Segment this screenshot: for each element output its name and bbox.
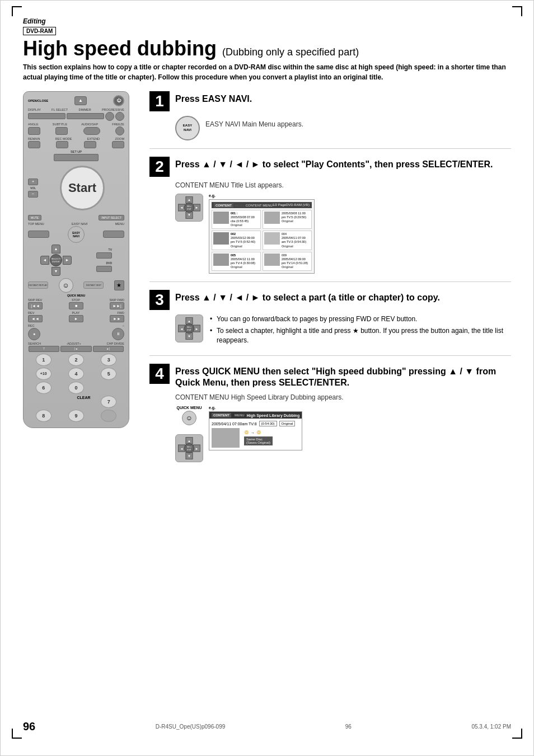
thumb-001 <box>213 212 229 224</box>
progressive-button[interactable] <box>115 112 124 121</box>
vol-plus-button[interactable]: + <box>28 179 38 185</box>
quick-menu-button[interactable]: ☺ <box>59 278 73 293</box>
instant-skip-button[interactable]: INSTANT SKIP <box>83 281 104 289</box>
easy-navi-button[interactable]: EASYNAVI <box>68 226 85 243</box>
fl-select-button[interactable] <box>67 113 104 119</box>
remote-body: OPEN/CLOSE ▲ ⏻ DISPLAY FL SELECT DIMMER … <box>23 91 129 428</box>
search-button[interactable]: T <box>29 346 59 352</box>
nav-left-button[interactable]: ◄ <box>40 256 49 265</box>
freeze-button[interactable] <box>115 126 124 135</box>
remain-button[interactable] <box>28 141 40 148</box>
fwd-button[interactable]: ►► <box>110 315 124 322</box>
step-2-screen: CONTENTMENU CONTENT MENU 1/2 Page DVD-RA… <box>209 199 315 274</box>
corner-mark-br <box>512 729 522 739</box>
corner-mark-tl <box>12 6 22 16</box>
clear-button[interactable] <box>101 410 116 422</box>
num-4-button[interactable]: 4 <box>68 368 84 380</box>
power-button[interactable]: ⏻ <box>113 95 124 106</box>
num-8-button[interactable]: 8 <box>36 410 51 422</box>
screen-item-005: 005 2005/04/12 11:00 pm TV:4 (0:30:08) O… <box>212 252 261 271</box>
screen-grid: 001 : 2005/03/08 07:00 cbs (0:53:45) Ori… <box>212 210 312 271</box>
tv-button[interactable] <box>96 252 112 259</box>
step-1-illustration: EASYNAVI EASY NAVI Main Menu appears. <box>175 116 511 140</box>
extend-button[interactable] <box>84 141 96 148</box>
rec-mode-button[interactable] <box>56 141 68 148</box>
footer-left: D-R4SU_Ope(US)p096-099 <box>156 724 226 730</box>
num-5-button[interactable]: 5 <box>101 368 116 380</box>
num-3-button[interactable]: 3 <box>101 354 116 366</box>
skip-fwd-button[interactable]: ►►| <box>110 302 124 309</box>
menu-button[interactable] <box>103 231 124 238</box>
hs-thumbnail <box>212 428 240 448</box>
subtitle-button[interactable] <box>55 127 68 135</box>
step-4-illustration: QUICK MENU ☺ ▲ ▼ ◄ ► SEL/ENT <box>175 406 511 462</box>
num-1-button[interactable]: 1 <box>36 354 51 366</box>
nav-down-button[interactable]: ▼ <box>51 267 60 276</box>
step-4-number: 4 <box>149 364 170 384</box>
select-enter-button[interactable]: SELECT/ENTER <box>50 254 62 266</box>
adjust-button[interactable]: |◄ <box>60 346 91 352</box>
num-2-button[interactable]: 2 <box>68 354 84 366</box>
duration-badge: (0:54:30) <box>259 421 277 426</box>
mute-button[interactable]: MUTE <box>28 215 41 220</box>
num-6-button[interactable]: 6 <box>36 382 51 394</box>
num-9-button[interactable]: 9 <box>68 410 84 422</box>
remain-labels: REMAIN REC MODE EXTEND ZOOM <box>28 137 124 140</box>
num-plus10-button[interactable]: +10 <box>36 368 51 380</box>
nav-right-button[interactable]: ► <box>63 256 72 265</box>
num-0-button[interactable]: 0 <box>68 382 84 394</box>
zoom-button[interactable] <box>112 141 124 148</box>
remote-control: OPEN/CLOSE ▲ ⏻ DISPLAY FL SELECT DIMMER … <box>23 91 140 428</box>
chp-divide-button[interactable]: ►| <box>93 346 124 352</box>
play-button[interactable]: ► <box>69 315 83 322</box>
display-button[interactable] <box>28 113 65 119</box>
rec-button[interactable]: ● <box>28 328 40 340</box>
numpad: 1 2 3 +10 4 5 6 0 CLEAR 7 8 9 <box>28 354 124 422</box>
step-4-icons: QUICK MENU ☺ ▲ ▼ ◄ ► SEL/ENT <box>175 406 203 462</box>
start-button[interactable]: Start <box>60 166 105 210</box>
vol-minus-button[interactable]: − <box>28 191 38 198</box>
angle-button[interactable] <box>28 127 40 135</box>
dvd-button[interactable] <box>96 266 112 272</box>
input-select-button[interactable]: INPUT SELECT <box>99 215 124 220</box>
dimmer-button[interactable] <box>105 112 114 121</box>
instant-replay-button[interactable]: INSTANT REPLAY <box>28 281 48 289</box>
eject-button[interactable]: ▲ <box>74 96 87 105</box>
stop-button[interactable]: ■ <box>69 302 83 309</box>
setup-label: SET UP <box>28 150 124 153</box>
footer-right: 05.3.4, 1:02 PM <box>471 724 511 730</box>
screen-item-001: 001 : 2005/03/08 07:00 cbs (0:53:45) Ori… <box>212 210 261 229</box>
step-4-nav: ▲ ▼ ◄ ► SEL/ENT <box>178 437 200 459</box>
tv-dvd-section: TV DVD <box>96 248 112 272</box>
quick-menu-illustration: ☺ <box>182 411 196 425</box>
num-7-button[interactable]: 7 <box>101 396 116 408</box>
thumb-005 <box>213 253 229 266</box>
setup-button[interactable] <box>54 154 99 161</box>
vol-nav-section: + VOL − Start <box>28 163 124 213</box>
angle-btns <box>28 126 124 135</box>
top-menu-button[interactable] <box>28 231 49 238</box>
hs-row-1: 2005/04/11 07:00am TV:8 (0:54:30) Origin… <box>212 421 299 426</box>
screen-header: CONTENTMENU CONTENT MENU 1/2 Page DVD-RA… <box>212 202 312 208</box>
mini-nav-center: SEL/ENT <box>184 203 194 213</box>
step-2-desc: CONTENT MENU Title List appears. <box>175 181 511 189</box>
skip-rev-button[interactable]: |◄◄ <box>28 302 43 309</box>
high-speed-screen: CONTENT MENU High Speed Library Dubbing … <box>209 411 302 450</box>
thumb-001b <box>264 212 280 224</box>
audio-button[interactable] <box>83 127 100 135</box>
section-label: Editing <box>23 17 511 25</box>
step-2-title: Press ▲ / ▼ / ◄ / ► to select "Play Cont… <box>175 157 493 171</box>
menu-btns: EASYNAVI <box>28 226 124 243</box>
corner-mark-bl <box>12 729 22 739</box>
rec-pause-button[interactable]: ⏸ <box>112 328 124 340</box>
step-4: 4 Press QUICK MENU then select "High spe… <box>149 364 511 471</box>
step-2-illustration: ▲ ▼ ◄ ► SEL/ENT e.g. CONTENTMEN <box>175 194 511 274</box>
nav-up-button[interactable]: ▲ <box>51 245 60 253</box>
vol-section: + VOL − <box>28 179 38 198</box>
star-button[interactable]: ★ <box>114 280 124 290</box>
rev-button[interactable]: ◄◄ <box>28 315 43 322</box>
intro-text: This section explains how to copy a titl… <box>23 62 511 82</box>
open-close-label: OPEN/CLOSE <box>28 99 48 102</box>
clear-label: CLEAR <box>77 396 91 400</box>
rec-btns: ● ⏸ <box>28 328 124 340</box>
